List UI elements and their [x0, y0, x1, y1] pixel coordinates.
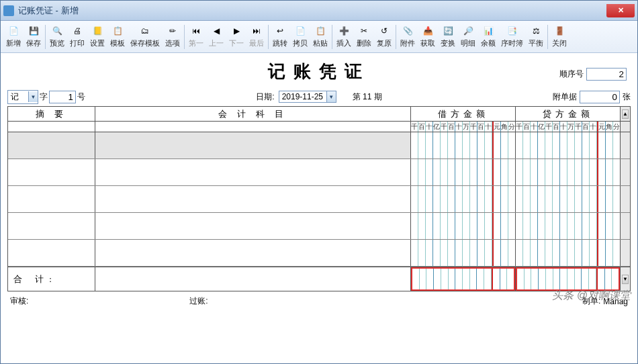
period-label: 第 11 期 [353, 91, 382, 103]
toolbar-模板[interactable]: 📋模板 [107, 24, 128, 50]
toolbar-下一[interactable]: ▶下一 [226, 24, 246, 50]
watermark: 头条 @对啊课堂 [552, 289, 631, 303]
date-combo[interactable]: 2019-11-25▼ [279, 91, 336, 103]
toolbar-设置[interactable]: 📒设置 [87, 24, 107, 50]
toolbar-明细[interactable]: 🔎明细 [458, 24, 478, 50]
toolbar-平衡[interactable]: ⚖平衡 [526, 24, 546, 50]
window-title: 记账凭证 - 新增 [18, 5, 79, 17]
toolbar-获取[interactable]: 📥获取 [418, 24, 438, 50]
toolbar-删除[interactable]: ✂删除 [354, 24, 374, 50]
toolbar-变换[interactable]: 🔄变换 [438, 24, 458, 50]
toolbar-插入[interactable]: ➕插入 [334, 24, 354, 50]
toolbar-上一[interactable]: ◀上一 [206, 24, 226, 50]
col-abstract: 摘 要 [8, 107, 95, 121]
attach-suffix: 张 [623, 91, 631, 103]
toolbar-选项[interactable]: ✏选项 [163, 24, 183, 50]
footer: 审核: 过账: 制单:Manag [7, 291, 631, 307]
type-label: 字 [40, 91, 48, 103]
toolbar-最后[interactable]: ⏭最后 [246, 24, 267, 50]
col-debit: 借方金额 [411, 107, 516, 121]
table-row[interactable] [8, 213, 630, 240]
toolbar-保存[interactable]: 💾保存 [24, 24, 44, 50]
toolbar-新增[interactable]: 📄新增 [3, 24, 24, 50]
toolbar-序时簿[interactable]: 📑序时簿 [498, 24, 526, 50]
close-button[interactable]: ✕ [606, 4, 635, 17]
titlebar: 记账凭证 - 新增 ✕ [1, 1, 637, 21]
toolbar-第一[interactable]: ⏮第一 [186, 24, 206, 50]
toolbar-打印[interactable]: 🖨打印 [67, 24, 87, 50]
content: 顺序号 记账凭证 记▼ 字 号 日期: 2019-11-25▼ 第 11 期 附… [1, 53, 637, 307]
toolbar: 📄新增💾保存🔍预览🖨打印📒设置📋模板🗂保存模板✏选项⏮第一◀上一▶下一⏭最后↩跳… [1, 21, 637, 53]
table-row[interactable] [8, 132, 630, 159]
toolbar-附件[interactable]: 📎附件 [398, 24, 418, 50]
table-row[interactable] [8, 240, 630, 267]
total-credit [516, 267, 621, 291]
sequence-group: 顺序号 [559, 68, 627, 81]
voucher-no-input[interactable] [49, 91, 76, 103]
toolbar-跳转[interactable]: ↩跳转 [270, 24, 290, 50]
document-title: 记账凭证 [7, 57, 631, 89]
post-label: 过账: [189, 295, 208, 307]
table-row[interactable] [8, 186, 630, 213]
total-debit [411, 267, 516, 291]
toolbar-保存模板[interactable]: 🗂保存模板 [128, 24, 163, 50]
toolbar-余额[interactable]: 📊余额 [478, 24, 498, 50]
attach-input[interactable] [580, 91, 620, 103]
toolbar-关闭[interactable]: 🚪关闭 [549, 24, 569, 50]
seq-label: 顺序号 [559, 69, 584, 80]
toolbar-拷贝[interactable]: 📄拷贝 [290, 24, 310, 50]
app-icon [3, 5, 14, 16]
toolbar-粘贴[interactable]: 📋粘贴 [310, 24, 330, 50]
col-account: 会 计 科 目 [95, 107, 411, 121]
scroll-col: ▲ [621, 107, 630, 121]
voucher-type-combo[interactable]: 记▼ [7, 90, 38, 104]
voucher-grid: 摘 要 会 计 科 目 借方金额 贷方金额 ▲ 千百十亿千百十万千百十元角分 千… [7, 106, 631, 291]
toolbar-预览[interactable]: 🔍预览 [47, 24, 67, 50]
seq-input[interactable] [586, 68, 627, 81]
no-suffix: 号 [77, 91, 85, 103]
audit-label: 审核: [10, 295, 28, 307]
attach-label: 附单据 [553, 91, 577, 103]
table-row[interactable] [8, 159, 630, 186]
col-credit: 贷方金额 [516, 107, 621, 121]
toolbar-复原[interactable]: ↺复原 [374, 24, 394, 50]
date-label: 日期: [256, 91, 274, 103]
total-label: 合 计: [8, 267, 95, 291]
